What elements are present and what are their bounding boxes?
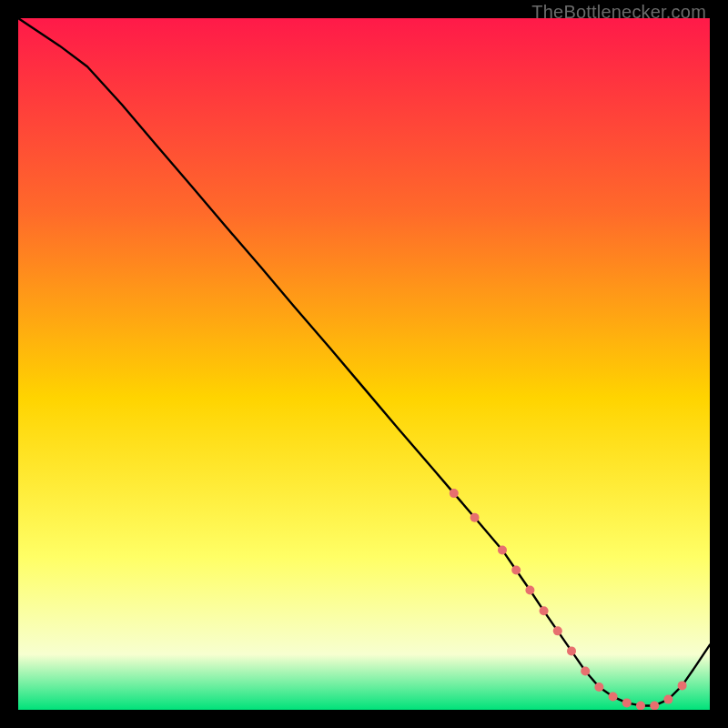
marker-point [622,698,632,707]
marker-point [636,701,645,710]
marker-point [663,695,672,704]
marker-point [511,565,521,574]
marker-point [470,513,480,522]
marker-point [650,701,659,710]
marker-point [581,666,590,675]
chart-frame [18,18,710,710]
bottleneck-chart [18,18,710,710]
marker-point [525,586,534,595]
gradient-background [18,18,710,710]
marker-point [594,682,603,692]
marker-point [678,681,687,690]
attribution-text: TheBottlenecker.com [531,2,706,23]
marker-point [540,606,549,615]
marker-point [498,545,507,554]
marker-point [567,646,576,655]
marker-point [609,693,618,702]
marker-point [450,489,459,498]
marker-point [553,626,562,635]
